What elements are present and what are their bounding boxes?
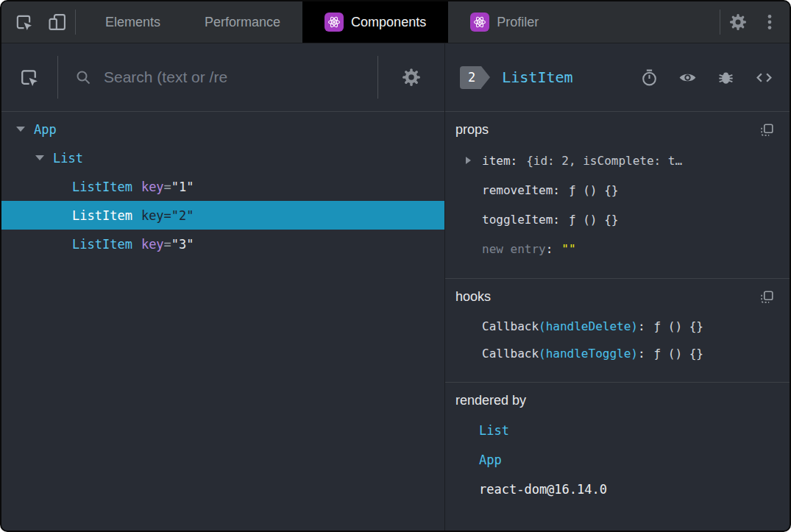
details-sections: props item:{id: 2, isComplete: t… remove…: [445, 112, 790, 531]
key-attribute: key: [141, 237, 164, 252]
tabbar-divider: [75, 10, 76, 35]
key-attribute: key: [141, 180, 164, 194]
hook-value: ƒ () {}: [654, 319, 703, 333]
key-value: "1": [171, 180, 194, 194]
hook-name: Callback: [482, 319, 539, 333]
react-logo-icon: [470, 13, 489, 32]
components-tree-panel: App List ListItemkey="1" ListItemkey="2"…: [1, 43, 445, 531]
log-component-bug-icon[interactable]: [717, 68, 735, 87]
component-name: ListItem: [72, 180, 132, 194]
tabbar-divider: [720, 10, 720, 35]
props-title: props: [455, 122, 489, 138]
key-equals: =: [164, 208, 171, 223]
react-logo-icon: [324, 13, 344, 32]
tab-label: Elements: [105, 15, 160, 30]
expand-arrow-icon[interactable]: [35, 155, 53, 160]
owner-link[interactable]: List: [479, 423, 509, 438]
prop-colon: :: [553, 213, 560, 227]
devtools-main: App List ListItemkey="1" ListItemkey="2"…: [1, 43, 790, 531]
new-entry-label[interactable]: new entry: [482, 242, 546, 256]
new-entry-value[interactable]: "": [561, 242, 575, 256]
tab-label: Components: [351, 15, 426, 30]
hook-arg: (handleDelete): [539, 319, 638, 333]
hook-row-handletoggle: Callback(handleToggle):ƒ () {}: [455, 340, 779, 367]
component-details-panel: 2 ListItem: [445, 43, 790, 531]
hook-arg: (handleToggle): [539, 347, 638, 361]
device-toolbar-icon[interactable]: [47, 12, 68, 32]
component-name: App: [34, 122, 57, 137]
copy-hooks-icon[interactable]: [759, 289, 775, 305]
component-name: ListItem: [72, 237, 132, 252]
prop-row-removeitem: removeItem:ƒ () {}: [455, 175, 779, 205]
prop-value: ƒ () {}: [569, 213, 618, 227]
inspect-dom-eye-icon[interactable]: [678, 68, 697, 87]
prop-name: item: [482, 154, 511, 168]
tree-row-app[interactable]: App: [1, 115, 444, 143]
expand-arrow-icon[interactable]: [466, 157, 482, 164]
search-input[interactable]: [104, 68, 377, 86]
select-element-icon[interactable]: [18, 66, 40, 88]
tree-row-listitem-1[interactable]: ListItemkey="1": [1, 172, 444, 201]
prop-row-item[interactable]: item:{id: 2, isComplete: t…: [455, 146, 779, 175]
prop-value: {id: 2, isComplete: t…: [526, 154, 682, 168]
owner-link[interactable]: App: [479, 453, 502, 467]
tab-label: Performance: [205, 15, 280, 30]
copy-props-icon[interactable]: [759, 122, 775, 138]
hook-colon: :: [638, 319, 645, 333]
prop-row-new-entry[interactable]: new entry:"": [455, 234, 779, 263]
tabbar-right-controls: [712, 10, 790, 35]
tree-row-list[interactable]: List: [1, 143, 444, 172]
prop-value: ƒ () {}: [569, 183, 618, 197]
hook-value: ƒ () {}: [654, 347, 703, 361]
key-value: "2": [171, 208, 194, 223]
tree-toolbar: [1, 43, 444, 112]
hook-colon: :: [638, 347, 645, 361]
expand-arrow-icon[interactable]: [16, 127, 34, 132]
devtools-tabbar: Elements Performance Components Profiler: [1, 1, 790, 43]
key-equals: =: [164, 180, 171, 194]
tree-settings-gear-icon[interactable]: [400, 66, 422, 88]
hooks-title: hooks: [455, 289, 491, 305]
search-icon: [74, 68, 92, 86]
details-toolbar-icons: [640, 68, 773, 87]
selected-index-badge: 2: [460, 66, 481, 89]
details-toolbar: 2 ListItem: [445, 43, 790, 112]
key-value: "3": [171, 237, 194, 252]
rendered-by-title: rendered by: [455, 393, 526, 408]
more-options-icon[interactable]: [760, 13, 779, 32]
owner-list-item: react-dom@16.14.0: [455, 475, 779, 504]
hook-row-handledelete: Callback(handleDelete):ƒ () {}: [455, 313, 779, 340]
tab-label: Profiler: [497, 15, 539, 30]
hooks-section: hooks Callback(handleDelete):ƒ () {} Cal…: [445, 278, 790, 382]
rendered-by-section: rendered by List App react-dom@16.14.0: [445, 382, 790, 519]
tree-settings-wrap: [378, 66, 444, 88]
inspect-element-icon[interactable]: [13, 12, 34, 32]
props-section: props item:{id: 2, isComplete: t… remove…: [445, 112, 790, 278]
prop-row-toggleitem: toggleItem:ƒ () {}: [455, 205, 779, 234]
prop-colon: :: [511, 154, 518, 168]
component-name: ListItem: [72, 208, 132, 223]
tab-performance[interactable]: Performance: [182, 1, 302, 43]
suspense-stopwatch-icon[interactable]: [640, 68, 659, 87]
tab-components[interactable]: Components: [302, 1, 448, 43]
settings-gear-icon[interactable]: [728, 12, 748, 32]
prop-colon: :: [553, 183, 560, 197]
component-name: List: [53, 151, 83, 166]
tree-row-listitem-2-selected[interactable]: ListItemkey="2": [1, 201, 444, 230]
prop-name: toggleItem: [482, 213, 553, 227]
view-source-icon[interactable]: [755, 68, 773, 87]
tree-row-listitem-3[interactable]: ListItemkey="3": [1, 230, 444, 258]
tab-elements[interactable]: Elements: [83, 1, 182, 43]
key-attribute: key: [141, 208, 164, 223]
owner-list-item[interactable]: App: [455, 445, 779, 475]
owner-renderer: react-dom@16.14.0: [479, 482, 607, 497]
prop-colon: :: [546, 242, 553, 256]
component-tree: App List ListItemkey="1" ListItemkey="2"…: [1, 112, 444, 531]
search-box: [58, 68, 377, 86]
key-equals: =: [164, 237, 171, 252]
hook-name: Callback: [482, 347, 539, 361]
owner-list-item[interactable]: List: [455, 416, 779, 445]
prop-name: removeItem: [482, 183, 553, 197]
tab-profiler[interactable]: Profiler: [448, 1, 561, 43]
devtools-window: Elements Performance Components Profiler: [0, 0, 791, 532]
